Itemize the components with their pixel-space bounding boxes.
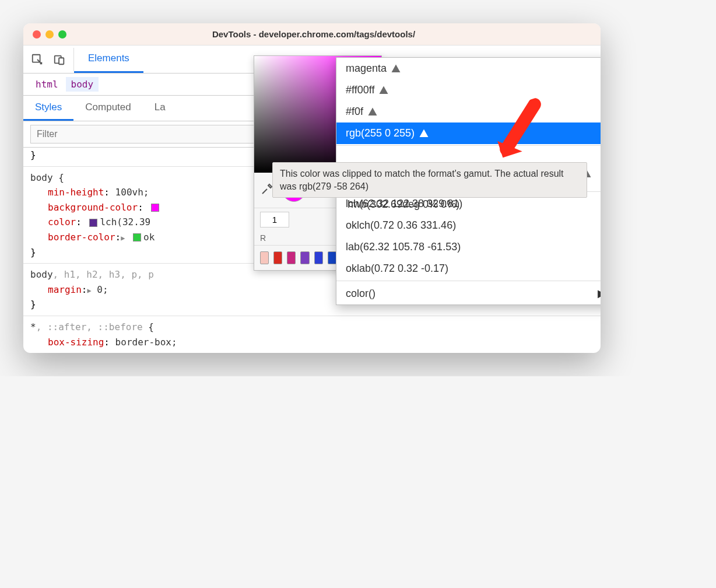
subtab-styles[interactable]: Styles xyxy=(23,96,73,121)
prop-min-height-name[interactable]: min-height xyxy=(48,187,104,198)
rule-box-sizing[interactable]: *, ::after, ::before { box-sizing: borde… xyxy=(23,316,601,353)
alpha-input[interactable] xyxy=(260,212,289,228)
breadcrumb-html[interactable]: html xyxy=(30,77,64,92)
inspect-element-icon[interactable] xyxy=(30,52,44,66)
format-menu-more[interactable]: color() ▶ xyxy=(336,282,601,304)
border-color-swatch[interactable] xyxy=(133,233,141,242)
gamut-clip-tooltip: This color was clipped to match the form… xyxy=(272,162,587,198)
close-window-button[interactable] xyxy=(33,30,41,38)
prop-margin-name[interactable]: margin xyxy=(48,284,82,295)
prop-color-name[interactable]: color xyxy=(48,216,76,228)
palette-swatch[interactable] xyxy=(300,251,309,264)
prop-margin-value[interactable]: 0; xyxy=(97,284,108,295)
format-menu-item-oklab[interactable]: oklab(0.72 0.32 -0.17) xyxy=(336,258,601,279)
svg-rect-2 xyxy=(59,58,64,64)
chevron-right-icon: ▶ xyxy=(598,287,601,300)
device-toolbar-icon[interactable] xyxy=(52,52,66,66)
devtools-window: DevTools - developer.chrome.com/tags/dev… xyxy=(23,23,601,353)
palette-swatch[interactable] xyxy=(260,251,269,264)
prop-border-color-name[interactable]: border-color xyxy=(48,232,115,243)
maximize-window-button[interactable] xyxy=(58,30,66,38)
tab-elements[interactable]: Elements xyxy=(74,46,143,73)
prop-border-color-value[interactable]: ok xyxy=(143,232,155,243)
format-menu-item-oklch[interactable]: oklch(0.72 0.36 331.46) xyxy=(336,215,601,236)
window-title: DevTools - developer.chrome.com/tags/dev… xyxy=(72,29,555,39)
subtab-computed[interactable]: Computed xyxy=(73,96,142,121)
subtab-layout[interactable]: La xyxy=(143,96,177,121)
disclosure-triangle-icon[interactable]: ▶ xyxy=(121,233,125,244)
minimize-window-button[interactable] xyxy=(45,30,54,38)
titlebar: DevTools - developer.chrome.com/tags/dev… xyxy=(23,23,601,46)
selector-box[interactable]: *, ::after, ::before { xyxy=(30,320,594,335)
prop-color-value[interactable]: lch(32.39 xyxy=(100,216,150,228)
warning-icon xyxy=(367,107,378,117)
palette-swatch[interactable] xyxy=(273,251,282,264)
format-menu-item-rgb[interactable]: rgb(255 0 255) xyxy=(336,123,601,144)
warning-icon xyxy=(418,128,430,139)
palette-swatch[interactable] xyxy=(314,251,323,264)
prop-box-sizing-name[interactable]: box-sizing xyxy=(48,337,104,348)
format-menu-item-lab[interactable]: lab(62.32 105.78 -61.53) xyxy=(336,236,601,258)
panel-tabs: Elements xyxy=(74,46,143,73)
format-menu-item-hex6[interactable]: #ff00ff xyxy=(336,79,601,101)
prop-min-height-value[interactable]: 100vh; xyxy=(115,187,149,198)
traffic-lights xyxy=(33,30,66,38)
format-menu-item-hwb[interactable]: hwb(302.69deg 0% 0%) xyxy=(348,198,459,211)
format-menu-item-hex3[interactable]: #f0f xyxy=(336,101,601,123)
palette-swatch[interactable] xyxy=(287,251,296,264)
bgcolor-swatch[interactable] xyxy=(151,204,159,212)
warning-icon xyxy=(378,85,389,96)
breadcrumb-body[interactable]: body xyxy=(66,77,99,92)
prop-box-sizing-value[interactable]: border-box; xyxy=(115,337,177,348)
disclosure-triangle-icon[interactable]: ▶ xyxy=(87,285,91,296)
color-swatch[interactable] xyxy=(89,219,97,227)
warning-icon xyxy=(390,64,402,74)
format-menu-item-magenta[interactable]: magenta xyxy=(336,58,601,79)
prop-bgcolor-name[interactable]: background-color xyxy=(48,202,138,213)
palette-swatch[interactable] xyxy=(328,251,336,264)
